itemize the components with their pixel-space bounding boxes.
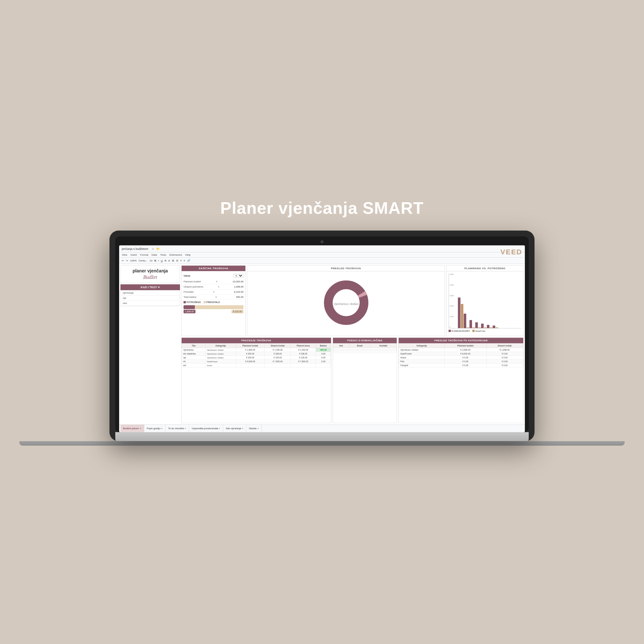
td-cat-planned: € 0.00 bbox=[445, 360, 486, 364]
bar-planned-0 bbox=[458, 298, 460, 328]
italic-btn[interactable]: I bbox=[158, 259, 159, 262]
suppliers-panel: PODACI O DOBAVLJAČIMA Ime Email Kontakt bbox=[333, 337, 397, 423]
camera bbox=[320, 240, 324, 243]
bar-actual-6 bbox=[496, 327, 498, 328]
currency-select[interactable]: € bbox=[233, 274, 243, 278]
bar-group-6 bbox=[493, 326, 498, 328]
menu-data[interactable]: Data bbox=[152, 253, 157, 256]
table-icon[interactable]: ⊞ bbox=[172, 259, 174, 262]
td-actual: € 7,800.00 bbox=[265, 360, 291, 364]
folder-icon[interactable]: 📁 bbox=[156, 247, 160, 251]
bar-actual-5 bbox=[490, 327, 492, 328]
align-left[interactable]: ≡ bbox=[180, 259, 182, 262]
summary-value-0: 10,000.00 bbox=[233, 280, 243, 283]
tab-popis-gostiju[interactable]: Popis gostiju ▾ bbox=[144, 425, 166, 432]
kad-row-1: vjenčanja bbox=[121, 290, 180, 296]
legend-planned: PLANIRANI BUDŽET bbox=[449, 330, 470, 332]
menu-tools[interactable]: Tools bbox=[160, 253, 166, 256]
summary-card: SAŽETAK TROŠKOVA Valuta € bbox=[181, 265, 246, 336]
bold-btn[interactable]: B bbox=[154, 259, 156, 262]
screen: jenčanja s budžetom ☆ 📁 VEED View Insert… bbox=[119, 245, 525, 432]
table-row: Sala/Prostor € 8,000.00 € 0.00 bbox=[399, 352, 523, 356]
td-planned bbox=[236, 364, 265, 367]
td-balance bbox=[316, 364, 331, 367]
legend-row: POTROŠENO PREOSTALO bbox=[184, 300, 243, 304]
zoom-select[interactable]: 100% bbox=[130, 259, 137, 262]
bar-actual-2 bbox=[472, 327, 475, 328]
bar-planned-4 bbox=[481, 324, 484, 328]
tab-glazba[interactable]: Glazba ▾ bbox=[246, 425, 262, 432]
underline-btn[interactable]: U bbox=[161, 259, 163, 262]
star-icon[interactable]: ☆ bbox=[152, 247, 154, 251]
brand-subtitle: Budžet bbox=[123, 274, 177, 280]
tab-budget-planer[interactable]: Budžet planer ▾ bbox=[120, 425, 144, 432]
font-select[interactable]: Centu... bbox=[138, 259, 147, 262]
td-cat: Vjenčanica i dodaci bbox=[205, 348, 236, 352]
progress-bar bbox=[184, 305, 243, 309]
table-row bbox=[333, 351, 397, 353]
td-cat-name: Hrana bbox=[399, 356, 445, 360]
td-actual: € 298.00 bbox=[265, 352, 291, 356]
summary-body: Valuta € Planirani budžet € 10,000.00 bbox=[182, 271, 245, 315]
td-paid: € 1,000.00 bbox=[291, 348, 316, 352]
bar-group-3 bbox=[475, 322, 481, 328]
tracking-panel: PRAĆENJE TROŠKOVA Tka Kategorija Planira… bbox=[181, 337, 331, 423]
td-name: ele mladenka bbox=[182, 352, 206, 356]
bar-group-4 bbox=[481, 324, 487, 328]
color-btn[interactable]: A bbox=[168, 259, 170, 262]
tab-dan[interactable]: Dan vjenčanja ▾ bbox=[223, 425, 246, 432]
donut-svg: Vjenčanica i dodaci bbox=[324, 280, 369, 325]
menu-insert[interactable]: Insert bbox=[130, 253, 137, 256]
menu-view[interactable]: View bbox=[122, 253, 127, 256]
link-icon[interactable]: 🔗 bbox=[187, 259, 190, 262]
th-cat: Kategorija bbox=[205, 344, 236, 348]
legend-actual-label: Actual Cost bbox=[475, 330, 485, 332]
legend-spent: POTROŠENO bbox=[184, 301, 201, 303]
summary-row-3: Total balans € 450.00 bbox=[184, 295, 243, 300]
tab-usporedba-label: Usporedba prostora/sala bbox=[192, 427, 218, 430]
currency-label: Valuta bbox=[184, 274, 190, 277]
summary-header: SAŽETAK TROŠKOVA bbox=[182, 266, 245, 271]
bar-planned-5 bbox=[487, 325, 489, 328]
align-center[interactable]: ≡ bbox=[184, 259, 185, 262]
tab-todo[interactable]: To do checklist ▾ bbox=[166, 425, 189, 432]
kad-tko-header: KAD I TKO? ♥ bbox=[120, 284, 180, 290]
th-sup-contact: Kontakt bbox=[370, 344, 397, 348]
undo-icon[interactable]: ↩ bbox=[122, 259, 124, 262]
summary-row-1: Ukupno potrošeno € 1,898.00 bbox=[184, 284, 243, 289]
table-row: Piće € 0.00 € 0.00 bbox=[399, 360, 523, 364]
menu-format[interactable]: Format bbox=[140, 253, 148, 256]
redo-icon[interactable]: ↪ bbox=[126, 259, 128, 262]
td-balance: 0.00 bbox=[316, 356, 331, 360]
td-cat: Vjenčanica i dodaci bbox=[205, 352, 236, 356]
screen-bezel: jenčanja s budžetom ☆ 📁 VEED View Insert… bbox=[115, 236, 529, 432]
table-row: nti Sala/Prostor € 8,000.00 € 7,800.00 €… bbox=[182, 360, 331, 364]
bar-group-5 bbox=[487, 325, 492, 328]
bar-group-0 bbox=[458, 298, 463, 328]
td-cat-planned: € 8,000.00 bbox=[445, 352, 486, 356]
summary-label-2: Preostalo bbox=[184, 290, 194, 293]
progress-remaining bbox=[195, 305, 243, 309]
menu-help[interactable]: Help bbox=[185, 253, 190, 256]
category-table: Kategorija Planirani budžet Stvarni troš… bbox=[399, 343, 523, 367]
tab-usporedba[interactable]: Usporedba prostora/sala ▾ bbox=[189, 425, 223, 432]
content-area: planer vjenčanja Budžet KAD I TKO? ♥ vje… bbox=[119, 264, 525, 424]
td-cat-planned: € 0.00 bbox=[445, 356, 486, 360]
bar-legend: PLANIRANI BUDŽET Actual Cost bbox=[449, 330, 521, 332]
strikethrough-btn[interactable]: S bbox=[165, 259, 166, 262]
td-cat-name: Vjenčanica i dodaci bbox=[399, 348, 445, 352]
summary-value-3: 450.00 bbox=[236, 296, 243, 298]
tracking-table: Tka Kategorija Planirani trošak Stvarni … bbox=[182, 343, 331, 367]
laptop-frame: jenčanja s budžetom ☆ 📁 VEED View Insert… bbox=[109, 231, 535, 441]
tracking-header: PRAĆENJE TROŠKOVA bbox=[182, 338, 331, 343]
bar-group-2 bbox=[469, 320, 475, 328]
font-size[interactable]: 10 bbox=[149, 259, 152, 262]
summary-value-1: 1,898.00 bbox=[234, 285, 243, 288]
menu-extensions[interactable]: Extensions bbox=[169, 253, 182, 256]
td-cat-actual: € 0.00 bbox=[486, 364, 523, 367]
tab-popis-label: Popis gostiju bbox=[147, 427, 161, 430]
progress-spent bbox=[184, 305, 195, 309]
progress-labels: 1,898.00 8,102.00 bbox=[184, 310, 243, 313]
table-row: ele mladenka Vjenčanica i dodaci € 300.0… bbox=[182, 352, 331, 356]
border-icon[interactable]: ⊟ bbox=[176, 259, 178, 262]
